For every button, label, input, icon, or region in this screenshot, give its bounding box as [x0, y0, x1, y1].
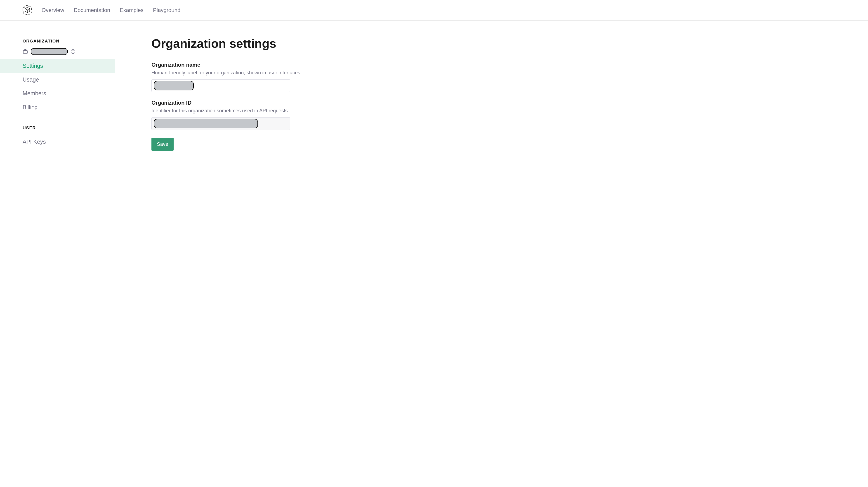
org-name-label: Organization name [151, 62, 848, 68]
sidebar-item-settings[interactable]: Settings [0, 59, 115, 73]
page-title: Organization settings [151, 36, 848, 51]
org-id-value-redacted [154, 119, 258, 128]
org-name-value-redacted [154, 81, 194, 90]
sidebar-section-organization: ORGANIZATION [0, 39, 115, 48]
nav-overview[interactable]: Overview [41, 7, 64, 13]
save-button[interactable]: Save [151, 138, 174, 151]
info-icon[interactable] [70, 49, 75, 54]
org-id-desc: Identifier for this organization sometim… [151, 108, 848, 114]
layout: ORGANIZATION Settings Usage Members Bill… [0, 21, 868, 487]
org-name-desc: Human-friendly label for your organizati… [151, 70, 848, 76]
sidebar-item-billing[interactable]: Billing [0, 100, 115, 114]
org-id-field-group: Organization ID Identifier for this orga… [151, 100, 848, 130]
org-id-label: Organization ID [151, 100, 848, 106]
openai-logo-icon[interactable] [23, 5, 32, 15]
org-name-input[interactable] [151, 79, 290, 92]
top-nav: Overview Documentation Examples Playgrou… [0, 0, 868, 21]
nav-playground[interactable]: Playground [153, 7, 180, 13]
sidebar-item-api-keys[interactable]: API Keys [0, 135, 115, 149]
sidebar-item-usage[interactable]: Usage [0, 73, 115, 87]
briefcase-icon [23, 49, 28, 54]
org-name-redacted [31, 48, 68, 55]
org-id-input [151, 117, 290, 130]
nav-documentation[interactable]: Documentation [74, 7, 110, 13]
org-name-field-group: Organization name Human-friendly label f… [151, 62, 848, 92]
svg-rect-0 [23, 51, 27, 53]
sidebar-spacer [0, 114, 115, 125]
sidebar: ORGANIZATION Settings Usage Members Bill… [0, 21, 115, 487]
sidebar-item-members[interactable]: Members [0, 87, 115, 100]
org-selector-row[interactable] [0, 48, 115, 59]
main-content: Organization settings Organization name … [115, 21, 868, 487]
sidebar-section-user: USER [0, 125, 115, 135]
nav-examples[interactable]: Examples [120, 7, 143, 13]
